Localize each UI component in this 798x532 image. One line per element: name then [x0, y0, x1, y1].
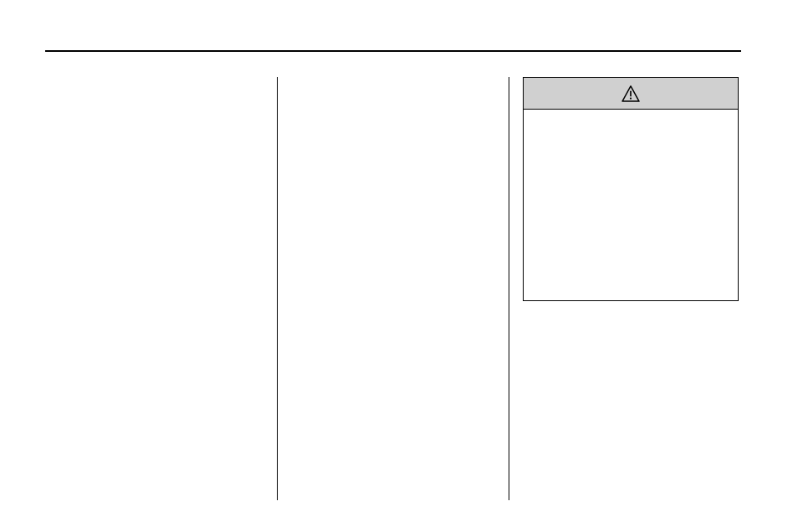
warning-box-body	[524, 110, 738, 300]
warning-box-header	[524, 78, 738, 110]
top-horizontal-rule	[45, 50, 741, 52]
warning-box	[523, 77, 739, 301]
column-middle	[278, 77, 509, 500]
column-right	[509, 77, 741, 500]
column-left	[45, 77, 277, 500]
page-container	[45, 50, 741, 52]
warning-triangle-icon	[622, 85, 640, 102]
svg-point-1	[630, 97, 632, 99]
three-column-layout	[45, 77, 741, 500]
